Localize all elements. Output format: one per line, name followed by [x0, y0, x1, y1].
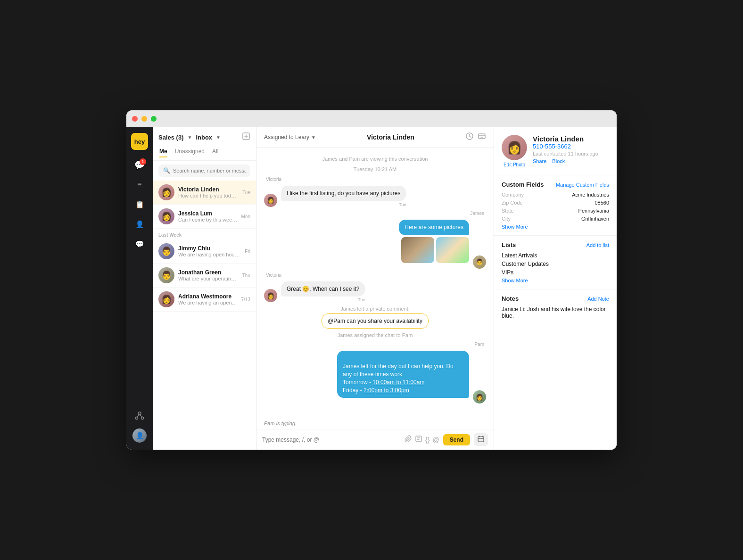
svg-line-4	[140, 415, 142, 417]
conv-time-adriana: 7/13	[241, 297, 250, 302]
conv-items: 👩 Victoria Linden How can I help you tod…	[153, 181, 256, 450]
contact-last-contacted: Last contacted 11 hours ago	[533, 151, 609, 156]
day-divider: Tuesday 10:21 AM	[264, 166, 486, 172]
minimize-button[interactable]	[141, 116, 147, 122]
app-window: hey 💬 1 ≡ 📋 👤 💬	[126, 110, 617, 450]
sales-dropdown-arrow[interactable]: ▼	[187, 135, 192, 140]
chat-input-area: {} @ Send	[256, 429, 494, 450]
assigned-dropdown-arrow[interactable]: ▼	[311, 135, 316, 140]
field-company: Company Acme Industries	[502, 192, 609, 198]
time-victoria-2: Tue	[281, 297, 365, 302]
avatar-pam-msg: 👩	[473, 390, 486, 404]
toolbar-icons: {} @	[405, 435, 439, 444]
inbox-dropdown-arrow[interactable]: ▼	[216, 135, 221, 140]
sidebar-item-user[interactable]: 👤	[131, 427, 148, 444]
svg-point-2	[141, 417, 144, 420]
private-comment-label: James left a private comment.	[264, 306, 486, 312]
conv-item-jimmy[interactable]: 👨 Jimmy Chiu We are having open house ..…	[153, 239, 256, 264]
conv-time-victoria: Tue	[242, 190, 250, 195]
avatar-victoria-msg-2: 👩	[264, 289, 277, 302]
conv-preview-jimmy: We are having open house ...	[178, 252, 241, 257]
conv-name-jessica: Jessica Lum	[178, 210, 238, 217]
system-assign: James assigned the chat to Pam	[264, 332, 486, 338]
chat-messages: James and Pam are viewing this conversat…	[256, 148, 494, 418]
tab-me[interactable]: Me	[159, 146, 167, 157]
sidebar-item-notes[interactable]: 📋	[131, 196, 148, 213]
sidebar-item-bubble[interactable]: 💬	[131, 236, 148, 253]
field-state: State Pennsylvania	[502, 208, 609, 214]
chat-area: Assigned to Leary ▼ Victoria Linden	[256, 127, 494, 450]
clock-icon[interactable]	[465, 132, 474, 142]
sender-name-victoria-2: Victoria	[266, 272, 486, 278]
svg-rect-9	[478, 436, 484, 442]
photo-thumb-2	[436, 237, 469, 263]
chat-header: Assigned to Leary ▼ Victoria Linden	[256, 127, 494, 148]
tab-all[interactable]: All	[212, 146, 218, 157]
conv-list-header: Sales (3) ▼ Inbox ▼ Me Unassigned All	[153, 127, 256, 161]
attachment-icon[interactable]	[405, 435, 412, 444]
conv-time-jimmy: Fri	[245, 249, 250, 254]
add-note-button[interactable]: Add Note	[587, 296, 609, 302]
manage-custom-fields-button[interactable]: Manage Custom Fields	[556, 182, 609, 188]
send-button[interactable]: Send	[443, 434, 470, 445]
contact-name: Victoria Linden	[533, 135, 609, 143]
app-body: hey 💬 1 ≡ 📋 👤 💬	[126, 127, 617, 450]
sidebar-item-list[interactable]: ≡	[131, 176, 148, 193]
search-input[interactable]	[173, 168, 246, 173]
contact-phone[interactable]: 510-555-3662	[533, 143, 609, 150]
photo-thumb-1	[401, 237, 434, 263]
custom-fields-section: Custom Fields Manage Custom Fields Compa…	[494, 175, 617, 236]
conv-name-jonathan: Jonathan Green	[178, 269, 239, 276]
list-item-latest-arrivals: Latest Arrivals	[502, 252, 609, 259]
conv-name-adriana: Adriana Westmoore	[178, 293, 238, 300]
block-button[interactable]: Block	[552, 158, 565, 164]
share-button[interactable]: Share	[533, 158, 546, 164]
avatar-victoria-msg: 👩	[264, 194, 277, 207]
custom-fields-title: Custom Fields	[502, 181, 544, 188]
assigned-badge[interactable]: Assigned to Leary ▼	[264, 134, 316, 140]
compose-button[interactable]	[242, 132, 250, 142]
msg-row-pam-1: James left for the day but I can help yo…	[264, 351, 486, 404]
custom-fields-show-more[interactable]: Show More	[502, 224, 609, 230]
system-notice: James and Pam are viewing this conversat…	[264, 156, 486, 162]
conv-item-victoria[interactable]: 👩 Victoria Linden How can I help you tod…	[153, 181, 256, 205]
tab-unassigned[interactable]: Unassigned	[175, 146, 205, 157]
curly-icon[interactable]: {}	[425, 436, 429, 444]
conv-preview-adriana: We are having an open house ...	[178, 300, 238, 305]
conv-item-adriana[interactable]: 👩 Adriana Westmoore We are having an ope…	[153, 288, 256, 312]
hey-logo[interactable]: hey	[131, 133, 148, 150]
sales-title[interactable]: Sales (3)	[158, 134, 183, 141]
sender-name-victoria-1: Victoria	[266, 177, 486, 182]
conv-item-jonathan[interactable]: 👨 Jonathan Green What are your operating…	[153, 264, 256, 288]
archive-icon[interactable]	[478, 132, 486, 142]
mention-icon[interactable]: @	[432, 436, 439, 444]
icon-sidebar-bottom: 👤	[131, 407, 148, 444]
calendar-button[interactable]	[474, 433, 488, 446]
tabs-row: Me Unassigned All	[158, 146, 250, 157]
avatar-james-msg: 👨	[473, 255, 486, 269]
notes-title: Notes	[502, 295, 519, 302]
chat-input[interactable]	[262, 436, 401, 443]
conv-time-jessica: Mon	[241, 214, 250, 219]
lists-title: Lists	[502, 241, 516, 248]
sidebar-item-org[interactable]	[131, 407, 148, 424]
lists-show-more[interactable]: Show More	[502, 278, 609, 283]
right-sidebar: 👩 Edit Photo Victoria Linden 510-555-366…	[494, 127, 617, 450]
maximize-button[interactable]	[151, 116, 157, 122]
sidebar-item-contacts[interactable]: 👤	[131, 216, 148, 233]
close-button[interactable]	[132, 116, 138, 122]
conv-item-jessica[interactable]: 👩 Jessica Lum Can I come by this weekend…	[153, 205, 256, 229]
sidebar-item-chat[interactable]: 💬 1	[131, 156, 148, 173]
sender-name-james-1: James	[266, 211, 484, 216]
avatar-jessica: 👩	[158, 208, 174, 224]
template-icon[interactable]	[415, 435, 422, 444]
time-victoria-1: Tue	[281, 202, 406, 207]
icon-sidebar: hey 💬 1 ≡ 📋 👤 💬	[126, 127, 153, 450]
notes-section: Notes Add Note Janice Li: Josh and his w…	[494, 289, 617, 325]
org-icon	[135, 411, 144, 420]
msg-row-james-1: Here are some pictures Tue 👨	[264, 220, 486, 269]
conv-preview-jessica: Can I come by this weekend?	[178, 217, 238, 222]
inbox-title[interactable]: Inbox	[196, 134, 212, 141]
add-to-list-button[interactable]: Add to list	[586, 242, 609, 248]
edit-photo-link[interactable]: Edit Photo	[504, 162, 525, 167]
